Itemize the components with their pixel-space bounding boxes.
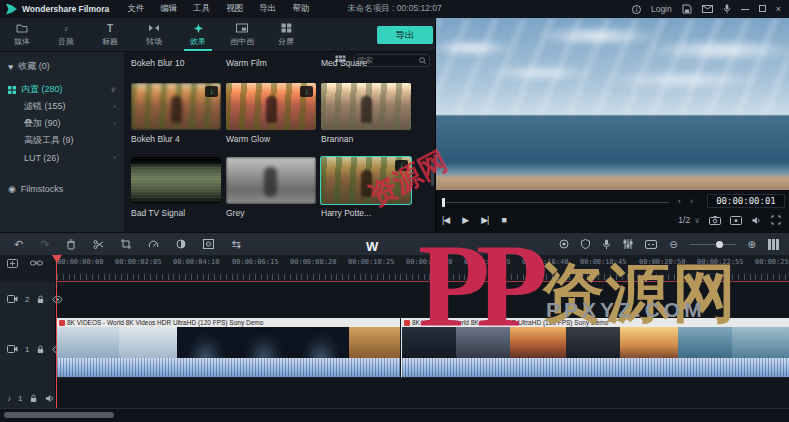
record-mic-icon[interactable] xyxy=(602,239,611,250)
download-icon: ↓ xyxy=(300,86,313,97)
track-manager-icon[interactable] xyxy=(768,239,779,250)
message-icon[interactable] xyxy=(702,5,713,13)
menu-export[interactable]: 导出 xyxy=(251,3,284,15)
close-button[interactable]: × xyxy=(776,4,781,14)
next-frame-button[interactable]: ▶| xyxy=(481,215,488,225)
split-clip-icon[interactable] xyxy=(93,239,104,250)
sidebar-item-builtin[interactable]: 内置 (280) ∨ xyxy=(0,81,124,98)
tab-audio[interactable]: ♪ 音频 xyxy=(44,18,88,51)
tab-split-screen[interactable]: 分屏 xyxy=(264,18,308,51)
effect-thumb-warm-glow[interactable]: ↓ xyxy=(226,83,316,130)
timeline-clip-1[interactable]: 8K VIDEOS - World 8K Videos HDR UltraHD … xyxy=(57,318,400,377)
playhead-handle[interactable] xyxy=(52,255,62,263)
sidebar-item-favorites[interactable]: ♥ 收藏 (0) xyxy=(0,58,124,75)
playback-quality-dropdown[interactable]: 1/2 ∨ xyxy=(678,215,700,225)
horizontal-scrollbar[interactable] xyxy=(4,412,114,418)
tab-titles[interactable]: T 标题 xyxy=(88,18,132,51)
timeline-clip-2[interactable]: 8K VIDEOS - World 8K Videos HDR UltraHD … xyxy=(401,318,789,377)
download-icon: ↓ xyxy=(395,160,408,171)
speaker-icon[interactable] xyxy=(45,394,55,403)
preview-scrubber[interactable] xyxy=(446,202,669,203)
undo-icon[interactable]: ↶ xyxy=(14,238,23,251)
effect-thumb-grey[interactable] xyxy=(226,157,316,204)
ruler-tick-label: 00:00:10:25 xyxy=(348,258,394,266)
ruler-tick-label: 00:00:20:50 xyxy=(639,258,685,266)
green-screen-icon[interactable] xyxy=(203,239,214,249)
previous-frame-button[interactable]: |◀ xyxy=(442,215,449,225)
stop-button[interactable]: ■ xyxy=(501,215,505,225)
shield-icon[interactable] xyxy=(581,239,590,249)
mic-icon[interactable] xyxy=(723,4,731,14)
video-track-icon xyxy=(7,344,18,354)
snapshot-icon[interactable] xyxy=(709,216,721,225)
login-button[interactable]: Login xyxy=(651,4,672,14)
play-button[interactable]: ▶ xyxy=(462,215,468,225)
tab-effects[interactable]: 效果 xyxy=(176,18,220,51)
volume-icon[interactable] xyxy=(751,216,762,225)
tabbar: 媒体 ♪ 音频 T 标题 转场 效果 画中画 分屏 导出 xyxy=(0,18,435,52)
redo-icon[interactable]: ↷ xyxy=(40,238,49,251)
info-icon[interactable]: i xyxy=(632,5,641,14)
chevron-down-icon: ∨ xyxy=(694,216,700,225)
mark-in-icon[interactable]: ‹ xyxy=(678,196,681,206)
tab-pip[interactable]: 画中画 xyxy=(220,18,264,51)
chevron-down-icon: ∨ xyxy=(110,85,116,94)
filmstocks-icon: ◉ xyxy=(8,184,16,194)
ruler-tick-label: 00:00:12:30 xyxy=(406,258,452,266)
record-voiceover-icon[interactable] xyxy=(559,239,569,249)
menu-help[interactable]: 帮助 xyxy=(284,3,317,15)
menu-tools[interactable]: 工具 xyxy=(185,3,218,15)
app-title: Wondershare Filmora xyxy=(22,4,109,14)
add-marker-icon[interactable] xyxy=(7,259,20,270)
scrollbar[interactable] xyxy=(431,160,434,186)
chevron-right-icon: › xyxy=(113,119,116,128)
crop-icon[interactable] xyxy=(121,239,131,249)
lock-icon[interactable] xyxy=(36,345,45,354)
effect-label: Harry Potte... xyxy=(321,208,371,218)
color-correction-icon[interactable] xyxy=(176,239,186,249)
chevron-right-icon: › xyxy=(113,153,116,162)
export-button[interactable]: 导出 xyxy=(377,26,433,44)
auto-ripple-icon[interactable] xyxy=(645,240,657,249)
track-header-audio1: ♪ 1 xyxy=(7,394,55,403)
tab-media[interactable]: 媒体 xyxy=(0,18,44,51)
zoom-out-icon[interactable]: ⊖ xyxy=(669,239,677,250)
delete-icon[interactable] xyxy=(66,239,76,250)
maximize-button[interactable] xyxy=(759,4,766,14)
save-project-icon[interactable] xyxy=(682,4,692,14)
menu-edit[interactable]: 编辑 xyxy=(152,3,185,15)
lock-icon[interactable] xyxy=(29,394,38,403)
render-preview-icon[interactable] xyxy=(730,216,742,225)
sidebar-item-advanced-tools[interactable]: 高级工具 (9) xyxy=(0,132,124,149)
timeline-footer xyxy=(0,408,789,422)
ruler-tick-label: 00:00:18:45 xyxy=(580,258,626,266)
pan-zoom-icon[interactable]: ⇆ xyxy=(231,238,240,251)
effect-thumb-bokeh-blur-4[interactable]: ↓ xyxy=(131,83,221,130)
audio-mixer-icon[interactable] xyxy=(623,239,633,249)
tab-transitions[interactable]: 转场 xyxy=(132,18,176,51)
grid-icon xyxy=(8,86,16,94)
timeline-zoom-slider[interactable] xyxy=(690,244,736,245)
sidebar-item-lut[interactable]: LUT (26) › xyxy=(0,149,124,166)
eye-icon[interactable] xyxy=(52,295,63,304)
menu-view[interactable]: 视图 xyxy=(218,3,251,15)
slider-handle[interactable] xyxy=(716,241,723,248)
effect-thumb-brannan[interactable] xyxy=(321,83,411,130)
speed-icon[interactable] xyxy=(148,239,159,249)
ruler-tick-label: 00:00:00:00 xyxy=(57,258,103,266)
zoom-in-icon[interactable]: ⊕ xyxy=(748,239,756,250)
fullscreen-icon[interactable] xyxy=(771,215,781,225)
menu-file[interactable]: 文件 xyxy=(119,3,152,15)
sidebar-item-overlays[interactable]: 叠加 (90) › xyxy=(0,115,124,132)
sidebar-item-filmstocks[interactable]: ◉ Filmstocks xyxy=(0,180,124,197)
sidebar-item-filters[interactable]: 滤镜 (155) › xyxy=(0,98,124,115)
link-icon[interactable] xyxy=(30,259,43,267)
search-icon[interactable] xyxy=(419,57,427,65)
preview-video[interactable] xyxy=(436,18,789,190)
effect-thumb-bad-tv-signal[interactable] xyxy=(131,157,221,204)
minimize-button[interactable] xyxy=(741,4,749,14)
lock-icon[interactable] xyxy=(36,295,45,304)
mark-out-icon[interactable]: › xyxy=(690,196,693,206)
scrubber-handle[interactable] xyxy=(442,198,445,207)
effect-thumb-harry-potter[interactable]: ↓ xyxy=(321,157,411,204)
